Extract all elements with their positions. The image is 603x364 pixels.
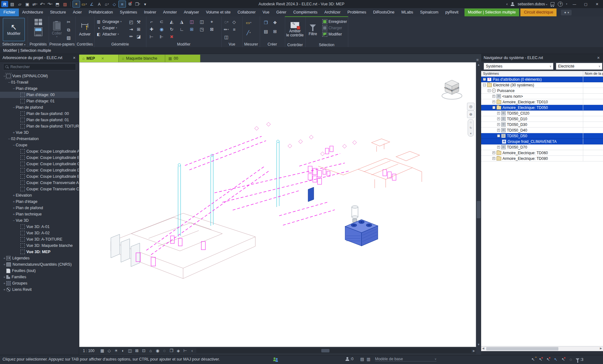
paste-button[interactable]: Coller ▾ bbox=[50, 18, 64, 41]
ribbon-tab-annoter[interactable]: Annoter bbox=[160, 8, 180, 16]
system-row-td050-d30[interactable]: +TD050_D30 bbox=[481, 122, 603, 128]
system-row-td050-d70[interactable]: +TD050_D70 bbox=[481, 144, 603, 150]
mirror-draw-axis-icon[interactable]: ◮ bbox=[178, 18, 185, 25]
tree-expander-icon[interactable]: − bbox=[492, 106, 495, 109]
modify-tool-button[interactable]: ↖ Modifier bbox=[3, 18, 25, 41]
switch-windows-icon[interactable]: ❐▾ bbox=[134, 1, 141, 7]
select-underlay-elements-icon[interactable]: ↖ bbox=[538, 357, 543, 362]
tree-expander-icon[interactable]: + bbox=[497, 146, 500, 149]
ribbon-tab-analyser[interactable]: Analyser bbox=[180, 8, 203, 16]
view-tab-list-icon[interactable]: ≡ bbox=[474, 57, 481, 62]
ribbon-tab-archilizer[interactable]: Archilizer bbox=[321, 8, 344, 16]
hide-category-icon[interactable]: ◌▾ bbox=[223, 19, 230, 25]
ribbon-tab-modifier-s-lection-multiple[interactable]: Modifier | Sélection multiple bbox=[464, 8, 519, 16]
tree-expander-icon[interactable]: + bbox=[12, 193, 16, 197]
select-links-icon[interactable]: ↖ bbox=[530, 357, 536, 362]
properties-icon[interactable]: ▤ bbox=[9, 1, 16, 7]
tree-expander-icon[interactable]: + bbox=[492, 151, 495, 154]
tree-expander-icon[interactable]: + bbox=[3, 256, 6, 260]
create-parts-icon[interactable]: ▤ bbox=[262, 28, 269, 35]
temporary-view-properties-icon[interactable]: ❐ bbox=[168, 348, 175, 354]
tree-item-feuilles-tout-[interactable]: Feuilles (tout) bbox=[0, 268, 79, 274]
system-row-puissance[interactable]: −IIPuissance bbox=[481, 88, 603, 94]
trim-extend-corner-icon[interactable]: ∟ bbox=[178, 26, 185, 33]
app-store-cart-icon[interactable] bbox=[550, 2, 555, 6]
tree-item-plan-de-plafond[interactable]: +Plan de plafond bbox=[0, 205, 79, 211]
copy-monitor-icon[interactable]: ⧉ bbox=[127, 1, 133, 7]
sync-with-central-icon[interactable]: ⇄▾ bbox=[31, 1, 38, 7]
tree-item-coupe-coupe-longitudinale-d[interactable]: Coupe: Coupe Longitudinale D bbox=[0, 167, 79, 173]
tree-expander-icon[interactable]: + bbox=[497, 129, 500, 132]
save-selection-button[interactable]: Enregistrer bbox=[321, 19, 347, 25]
pin-icon[interactable]: ⌖ bbox=[208, 18, 215, 25]
tree-item-familles[interactable]: +Familles bbox=[0, 274, 79, 280]
system-row-td050-d50[interactable]: −TD050_D50 bbox=[481, 133, 603, 139]
ribbon-tab-ins-rer[interactable]: Insérer bbox=[140, 8, 160, 16]
linework-icon[interactable]: ≡ bbox=[231, 26, 238, 33]
ribbon-tab-probl-mes[interactable]: Problèmes bbox=[344, 8, 370, 16]
panel-measure-caption[interactable]: Mesurer bbox=[242, 42, 260, 46]
tree-item-liens-revit[interactable]: +Liens Revit bbox=[0, 286, 79, 293]
scroll-down-icon[interactable]: ▼ bbox=[476, 342, 481, 347]
vertical-scroll-thumb[interactable] bbox=[477, 201, 481, 218]
panel-clipboard-caption[interactable]: Presse-papiers bbox=[49, 42, 75, 46]
cut-icon[interactable]: ✂ bbox=[65, 19, 72, 25]
tree-item-vues-spinalcom-[interactable]: −Vues (SPINALCOM) bbox=[0, 73, 79, 79]
column-systems[interactable]: Systèmes bbox=[483, 72, 499, 75]
project-browser-title-bar[interactable]: Arborescence du projet - ELEC.rvt ✕ bbox=[0, 54, 79, 62]
tree-expander-icon[interactable]: − bbox=[12, 87, 16, 90]
array-icon[interactable]: ⊞ bbox=[188, 26, 195, 33]
camera-icon[interactable]: ◫ bbox=[223, 34, 230, 41]
tree-item-vue-3d[interactable]: −Vue 3D bbox=[0, 217, 79, 224]
section-box-icon[interactable]: ⌖ bbox=[73, 1, 80, 8]
sb-scroll-thumb[interactable] bbox=[486, 347, 558, 350]
tree-item-02-pr-sentation[interactable]: −02-Présentation bbox=[0, 136, 79, 142]
qat-customize-icon[interactable]: ▾ bbox=[142, 1, 149, 7]
load-selection-button[interactable]: Charger bbox=[321, 25, 347, 31]
tree-item-vue-3d-maquette-blanche[interactable]: Vue 3D: Maquette blanche bbox=[0, 242, 79, 249]
rotate-icon[interactable]: ↻ bbox=[168, 26, 175, 33]
family-types-icon[interactable] bbox=[34, 19, 42, 25]
tree-expander-icon[interactable]: − bbox=[488, 89, 491, 92]
signed-in-user[interactable]: sebastien.dubos ▾ bbox=[518, 2, 547, 6]
collapse-icon[interactable]: ‹ bbox=[189, 348, 196, 354]
tree-item-nomenclatures-quantit-s-cnrs-[interactable]: +Nomenclatures/Quantités (CNRS) bbox=[0, 261, 79, 268]
project-browser-close-icon[interactable]: ✕ bbox=[72, 56, 76, 60]
tree-expander-icon[interactable]: + bbox=[497, 112, 500, 115]
tree-item-vue-3d-a-toiture[interactable]: Vue 3D: A-TOITURE bbox=[0, 236, 79, 242]
sb-scroll-right-icon[interactable]: ▶ bbox=[600, 347, 602, 350]
tree-expander-icon[interactable]: + bbox=[483, 78, 486, 81]
tree-expander-icon[interactable]: + bbox=[3, 288, 6, 291]
unpin-icon[interactable]: ⊠ bbox=[208, 26, 215, 33]
join-geometry-button[interactable]: ◧Attacher▾ bbox=[95, 31, 127, 37]
save-icon[interactable]: ▣ bbox=[24, 1, 31, 7]
crop-region-visible-icon[interactable]: ⊡ bbox=[140, 348, 147, 354]
tree-item-vue-3d-a-01[interactable]: Vue 3D: A-01 bbox=[0, 224, 79, 230]
cope-button[interactable]: ▥Grugeage▾ bbox=[95, 19, 127, 25]
close-button[interactable]: ✕ bbox=[593, 1, 601, 8]
tree-expander-icon[interactable]: + bbox=[492, 101, 495, 103]
horizontal-scroll-thumb[interactable] bbox=[321, 349, 329, 352]
redo-icon[interactable]: ↷▾ bbox=[46, 1, 53, 7]
tree-item-plan-d-tage-01[interactable]: Plan d'étage: 01 bbox=[0, 98, 79, 104]
view-scale-button[interactable]: 1 : 100 bbox=[79, 349, 99, 353]
system-row-td050-d40[interactable]: +TD050_D40 bbox=[481, 128, 603, 133]
open-file-icon[interactable]: ▱ bbox=[16, 1, 23, 7]
minimize-button[interactable]: — bbox=[570, 1, 579, 8]
copy-to-clipboard-icon[interactable]: ⧉ bbox=[65, 26, 72, 33]
system-row-electricit-30-syst-mes-[interactable]: −Electricité (30 systèmes) bbox=[481, 82, 603, 88]
aligned-dimension-icon[interactable]: ∠ bbox=[88, 1, 95, 7]
edit-selection-button[interactable]: Modifier bbox=[321, 31, 347, 37]
tree-expander-icon[interactable]: − bbox=[7, 80, 11, 84]
reset-temporary-overrides-icon[interactable]: ◌ bbox=[568, 357, 573, 362]
ribbon-tab-vue[interactable]: Vue bbox=[259, 8, 273, 16]
panel-controls-caption[interactable]: Contrôles bbox=[75, 42, 94, 46]
help-dropdown-icon[interactable]: ▾ bbox=[566, 3, 567, 5]
discipline-select[interactable]: Electricité∨ bbox=[556, 63, 602, 70]
view-by-select[interactable]: Systèmes∨ bbox=[484, 63, 553, 70]
view-tab-00[interactable]: ▦00 bbox=[165, 55, 200, 62]
ribbon-tab-compl-ments[interactable]: Compléments bbox=[290, 8, 321, 16]
mirror-pick-axis-icon[interactable]: ◭ bbox=[168, 18, 175, 25]
override-graphics-icon[interactable]: ✏▾ bbox=[223, 26, 230, 33]
tree-expander-icon[interactable]: + bbox=[492, 95, 495, 98]
